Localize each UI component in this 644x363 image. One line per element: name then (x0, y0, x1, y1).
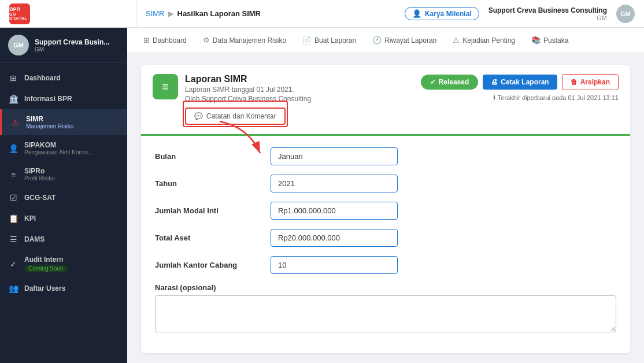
modal-input[interactable] (271, 202, 398, 220)
tab-pustaka[interactable]: 📚 Pustaka (524, 32, 575, 48)
kantor-input[interactable] (271, 256, 398, 274)
kpi-icon: 📋 (8, 214, 18, 223)
modal-label: Jumlah Modal Inti (155, 206, 271, 215)
comment-icon: 💬 (194, 112, 203, 120)
aset-input[interactable] (271, 229, 398, 247)
card-subtitle-line1: Laporan SIMR tanggal 01 Jul 2021. (185, 86, 313, 94)
tab-dashboard[interactable]: ⊞ Dashboard (136, 32, 194, 48)
narasi-textarea[interactable] (155, 295, 616, 332)
content-area: ⊞ Dashboard ⚙ Data Manajemen Risiko 📄 Bu… (127, 28, 644, 363)
user-name: Support Creva Business Consulting (488, 6, 607, 14)
user-badge-label: Karya Milenial (425, 10, 472, 18)
card-header: ≡ Laporan SIMR Laporan SIMR tanggal 01 J… (141, 65, 630, 136)
user-role: GM (597, 14, 607, 21)
sidebar-item-dams[interactable]: ☰ DAMS (0, 229, 127, 250)
released-button[interactable]: ✓ Released (421, 75, 479, 90)
card-header-left: ≡ Laporan SIMR Laporan SIMR tanggal 01 J… (153, 74, 313, 125)
tab-kejadian-label: Kejadian Penting (462, 36, 515, 45)
sidebar-item-label: Daftar Users (24, 284, 65, 292)
coming-soon-badge: Coming Soon (24, 265, 68, 272)
document-icon: ≡ (162, 80, 169, 94)
sidebar-item-daftar-users[interactable]: 👥 Daftar Users (0, 278, 127, 299)
sidebar-item-sub: Profil Risiko (24, 175, 55, 182)
top-header: BPR GO DIGITAL SIMR ▶ Hasilkan Laporan S… (0, 0, 644, 28)
sidebar-item-audit-intern[interactable]: ✓ Audit Intern Coming Soon (0, 250, 127, 278)
sidebar-item-sub: Manajemen Risiko (26, 123, 73, 129)
secondary-nav: ⊞ Dashboard ⚙ Data Manajemen Risiko 📄 Bu… (127, 28, 644, 53)
sidebar-user-name: Support Creva Busin... (35, 38, 109, 46)
sidebar-avatar: GM (8, 35, 29, 55)
sidebar-item-label: KPI (24, 214, 36, 223)
print-button[interactable]: 🖨 Cetak Laporan (483, 75, 557, 90)
comment-button-label: Catatan dan Komentar (206, 112, 276, 120)
laporan-card: ≡ Laporan SIMR Laporan SIMR tanggal 01 J… (141, 65, 630, 353)
sipakom-icon: 👤 (8, 144, 18, 153)
breadcrumb: SIMR ▶ Hasilkan Laporan SIMR (136, 9, 405, 18)
user-badge[interactable]: 👤 Karya Milenial (405, 7, 479, 20)
sidebar-user-role: GM (35, 46, 109, 53)
tab-riwayat-label: Riwayat Laporan (384, 36, 436, 45)
tahun-input[interactable] (271, 175, 398, 192)
page-content: ≡ Laporan SIMR Laporan SIMR tanggal 01 J… (127, 53, 644, 363)
logo-section: BPR GO DIGITAL (9, 0, 136, 27)
sidebar: GM Support Creva Busin... GM ⊞ Dashboard… (0, 28, 127, 363)
dams-icon: ☰ (8, 235, 18, 244)
archive-icon: 🗑 (571, 78, 578, 86)
tab-riwayat-icon: 🕐 (372, 36, 382, 45)
bulan-input[interactable] (271, 147, 398, 165)
users-icon: 👥 (8, 284, 18, 293)
breadcrumb-root[interactable]: SIMR (146, 9, 165, 18)
tab-dashboard-label: Dashboard (153, 36, 187, 45)
audit-icon: ✓ (8, 260, 18, 269)
dashboard-icon: ⊞ (8, 73, 18, 83)
form-row-kantor: Jumlah Kantor Cabang (155, 256, 616, 274)
sidebar-item-label: Dashboard (24, 74, 61, 82)
released-button-label: Released (439, 78, 469, 86)
sidebar-item-sipakom[interactable]: 👤 SIPAKOM Pengawasan Aktif Komis... (0, 135, 127, 161)
card-title-section: Laporan SIMR Laporan SIMR tanggal 01 Jul… (185, 74, 313, 125)
bulan-label: Bulan (155, 152, 271, 161)
sidebar-item-dashboard[interactable]: ⊞ Dashboard (0, 68, 127, 88)
sidebar-item-label: DAMS (24, 235, 45, 243)
comment-button[interactable]: 💬 Catatan dan Komentar (185, 108, 286, 125)
breadcrumb-current: Hasilkan Laporan SIMR (177, 9, 261, 18)
tab-riwayat[interactable]: 🕐 Riwayat Laporan (365, 32, 443, 48)
kantor-label: Jumlah Kantor Cabang (155, 261, 271, 269)
tab-dashboard-icon: ⊞ (143, 36, 150, 45)
sidebar-item-simr[interactable]: ⚠ SIMR Manajemen Risiko (0, 109, 127, 135)
sidebar-item-label: Audit Intern (24, 255, 68, 264)
card-actions: ✓ Released 🖨 Cetak Laporan 🗑 Arsipkan (421, 74, 619, 90)
card-subtitle-line2: Oleh Support Creva Business Consulting. (185, 95, 313, 103)
archive-button-label: Arsipkan (580, 78, 610, 86)
sidebar-nav: ⊞ Dashboard 🏦 Informasi BPR ⚠ SIMR Manaj… (0, 63, 127, 363)
form-area: Bulan Tahun Jumlah Modal Inti Total Aset (141, 136, 630, 353)
sidebar-item-label: SIPRo (24, 167, 55, 175)
sidebar-item-sipro[interactable]: ≡ SIPRo Profil Risiko (0, 161, 127, 187)
informasi-icon: 🏦 (8, 94, 18, 103)
sidebar-user: GM Support Creva Busin... GM (0, 28, 127, 63)
form-row-tahun: Tahun (155, 175, 616, 192)
avatar: GM (616, 5, 635, 23)
tab-data-label: Data Manajemen Risiko (213, 36, 286, 45)
tab-buat-icon: 📄 (302, 36, 312, 45)
tab-buat-laporan[interactable]: 📄 Buat Laporan (295, 32, 363, 48)
print-icon: 🖨 (491, 78, 498, 86)
form-row-modal: Jumlah Modal Inti (155, 202, 616, 220)
tab-data-manajemen[interactable]: ⚙ Data Manajemen Risiko (196, 32, 293, 48)
sidebar-item-informasi-bpr[interactable]: 🏦 Informasi BPR (0, 88, 127, 109)
card-title: Laporan SIMR (185, 74, 313, 84)
info-icon: ℹ (493, 94, 495, 101)
sidebar-item-kpi[interactable]: 📋 KPI (0, 208, 127, 229)
card-icon: ≡ (153, 74, 178, 99)
tab-buat-label: Buat Laporan (314, 36, 356, 45)
tab-kejadian-icon: ⚠ (453, 36, 460, 45)
card-header-right: ✓ Released 🖨 Cetak Laporan 🗑 Arsipkan (421, 74, 619, 101)
archive-button[interactable]: 🗑 Arsipkan (562, 74, 619, 90)
form-row-aset: Total Aset (155, 229, 616, 247)
check-icon: ✓ (430, 78, 436, 86)
sidebar-user-info: Support Creva Busin... GM (35, 38, 109, 53)
simr-icon: ⚠ (10, 118, 20, 127)
print-button-label: Cetak Laporan (501, 78, 549, 86)
tab-kejadian[interactable]: ⚠ Kejadian Penting (446, 32, 522, 48)
sidebar-item-gcg-sat[interactable]: ☑ GCG-SAT (0, 187, 127, 208)
